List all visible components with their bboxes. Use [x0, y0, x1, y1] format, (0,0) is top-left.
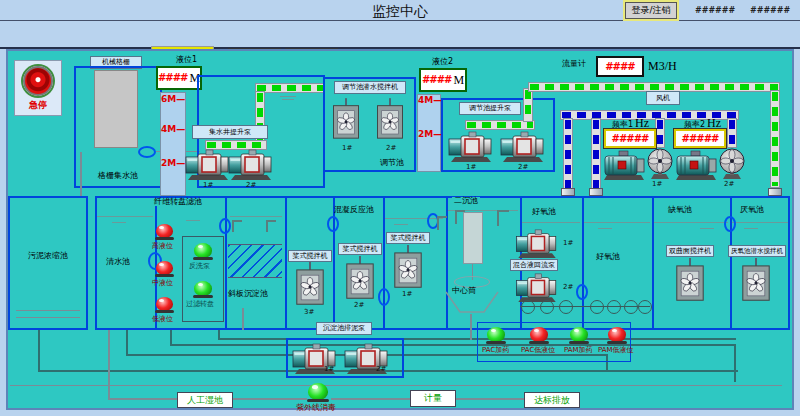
reflux-pump1-number: 1#: [563, 240, 573, 247]
pipe-air: [591, 118, 601, 190]
aerobic-pool-label: 好氧池: [532, 208, 556, 216]
hyperbolic-mixer-label: 双曲面搅拌机: [666, 245, 714, 257]
mixer-icon: [294, 262, 326, 306]
freq2-value: #####: [682, 134, 719, 144]
level2-tick-4m: 4M—: [418, 96, 442, 105]
mixer-icon: [674, 258, 706, 302]
blower-motor-icon: [674, 150, 718, 180]
pump-icon: [514, 272, 560, 302]
center-tube-body: [463, 212, 483, 264]
filter-disc-label: 过滤转盘: [186, 301, 214, 308]
reflux-pump-label: 混合液回流泵: [510, 259, 558, 271]
level2-value: ####: [422, 75, 452, 85]
pump-icon: [228, 148, 274, 180]
mid-level-lamp: [156, 261, 173, 275]
backwash-pump-lamp: [194, 243, 212, 258]
pump-icon: [514, 228, 560, 258]
pump-icon: [448, 130, 494, 162]
freq1-display: #####: [604, 129, 656, 148]
page-title: 监控中心: [0, 3, 800, 21]
pipe-air: [563, 118, 573, 190]
pipe-air: [727, 118, 737, 148]
anaerobic-pool-label: 厌氧池: [740, 206, 764, 214]
inclined-pool-label: 斜板沉淀池: [228, 290, 268, 298]
air-outlet: [589, 188, 603, 196]
emergency-stop-button[interactable]: [23, 66, 53, 96]
valve-icon: [327, 216, 339, 232]
flow-meter-label: 流量计: [562, 60, 586, 68]
mixer1-number: 1#: [402, 291, 412, 298]
anoxic-pool-label: 缺氧池: [668, 206, 692, 214]
fiber-filter-label: 纤维转盘滤池: [152, 198, 204, 206]
fan-icon: [717, 147, 747, 181]
pump-icon: [500, 130, 546, 162]
paddle-mixer-label: 桨式搅拌机: [338, 243, 382, 255]
nav-bar: 手 动 自动启动 自动停止 初始画面 手动控制 参数设置 报警窗口 退出: [0, 22, 800, 49]
mixer-icon: [392, 245, 424, 289]
pump2-number: 2#: [246, 182, 256, 189]
mid-level-label: 中液位: [152, 280, 173, 287]
air-outlet: [561, 188, 575, 196]
user-value: ######: [695, 6, 735, 15]
mechanical-screen-body: [94, 70, 138, 148]
blower-motor-icon: [602, 150, 646, 180]
filter-disc-lamp: [194, 281, 212, 296]
inclined-plates: [228, 244, 282, 278]
valve-icon: [576, 284, 588, 300]
pump1-number: 1#: [203, 182, 213, 189]
freq1-text: 频率1: [612, 121, 633, 129]
level2-tick-2m: 2M—: [418, 130, 442, 139]
mixer-icon: [331, 96, 361, 142]
metering-label: 计量: [410, 390, 456, 407]
sludge-pump1-number: 1#: [324, 366, 334, 373]
title-bar: 监控中心 登录/注销 ###### ######: [0, 0, 800, 21]
fan-icon: [645, 147, 675, 181]
freq2-text: 频率2: [684, 121, 705, 129]
login-logout-button[interactable]: 登录/注销: [625, 2, 677, 19]
pac-dosing-lamp: [487, 327, 505, 342]
mixer2-number: 2#: [354, 302, 364, 309]
uv-disinfection-label: 紫外线消毒: [296, 404, 336, 412]
pac-low-level-lamp: [530, 327, 548, 342]
flow-value: ####: [605, 62, 635, 72]
level2-display: #### M: [419, 68, 467, 92]
uv-disinfection-lamp: [308, 383, 328, 400]
discharge-label: 达标排放: [524, 392, 580, 408]
valve-icon: [378, 288, 390, 306]
level1-label: 液位1: [176, 56, 197, 64]
pipe-green: [770, 90, 780, 188]
blower1-number: 1#: [652, 181, 662, 188]
freq2-label: 频率2 Hz: [684, 117, 721, 129]
estop-label: 急停: [14, 101, 62, 110]
regulating-pool-label: 调节池: [380, 159, 404, 167]
low-level-lamp: [156, 297, 173, 311]
pump-icon: [185, 148, 231, 180]
anaerobic-mixer-label: 厌氧池潜水搅拌机: [728, 245, 786, 257]
low-level-label: 低液位: [152, 316, 173, 323]
sludge-pump-label: 沉淀池排泥泵: [316, 322, 372, 335]
level1-value: ####: [158, 73, 188, 83]
pipe-air: [655, 118, 665, 148]
secondary-clarifier-label: 二沉池: [452, 197, 480, 205]
level1-tick-2m: 2M—: [161, 159, 185, 168]
pipe-outlet: [768, 188, 782, 196]
mixer2-number: 2#: [386, 145, 396, 152]
mixer-icon: [344, 256, 376, 300]
high-level-label: 高液位: [152, 243, 173, 250]
pam-dosing-lamp: [570, 327, 588, 342]
blower-label: 风机: [646, 91, 680, 105]
pump2-number: 2#: [518, 164, 528, 171]
sludge-pump2-number: 2#: [376, 366, 386, 373]
valve-icon: [138, 146, 156, 158]
freq1-label: 频率1 Hz: [612, 117, 649, 129]
wetland-label: 人工湿地: [177, 392, 233, 408]
regulating-pump-label: 调节池提升泵: [459, 102, 521, 115]
freq2-display: #####: [674, 129, 726, 148]
freq2-hz: Hz: [707, 117, 721, 129]
sludge-line: [80, 152, 82, 196]
level2-label: 液位2: [432, 58, 453, 66]
regulating-mixer-label: 调节池潜水搅拌机: [334, 81, 406, 94]
backwash-pump-label: 反洗泵: [189, 263, 210, 270]
valve-icon: [219, 218, 231, 234]
clean-pool-label: 清水池: [106, 258, 130, 266]
